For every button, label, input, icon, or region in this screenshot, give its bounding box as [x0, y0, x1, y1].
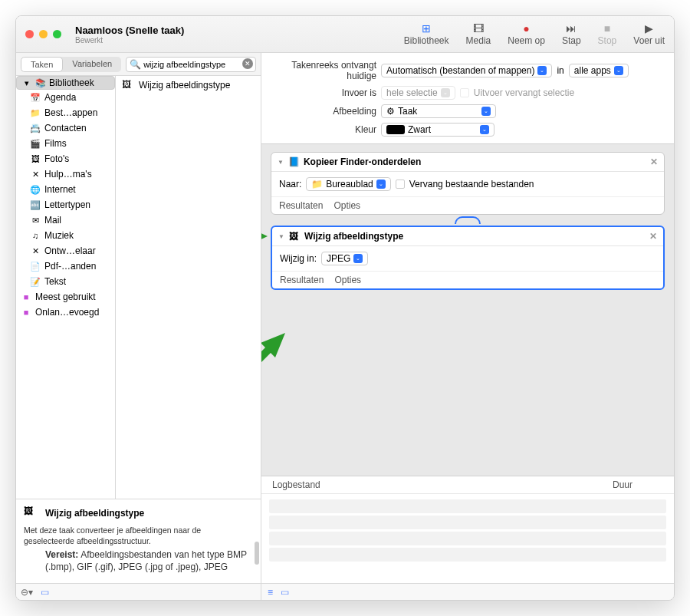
tab-bar: Taken Variabelen 🔍 ✕ [16, 53, 261, 76]
toolbar-step[interactable]: ⏭Stap [562, 23, 581, 46]
search-field[interactable]: 🔍 ✕ [126, 57, 256, 72]
window-controls [25, 30, 61, 38]
results-button[interactable]: Resultaten [280, 275, 324, 285]
gear-icon[interactable]: ⊖▾ [21, 587, 33, 598]
minimize-window[interactable] [39, 30, 48, 38]
log-row [269, 548, 666, 562]
output-replaces-checkbox [460, 88, 469, 97]
finder-icon: 📘 [288, 156, 299, 167]
log-row [269, 516, 666, 529]
svg-marker-1 [261, 333, 285, 395]
grid-view-icon[interactable]: ▭ [281, 587, 289, 598]
toolbar-record[interactable]: ●Neem op [508, 23, 545, 46]
result-wijzig-afbeeldingstype[interactable]: 🖼 Wijzig afbeeldingstype [116, 76, 261, 94]
library-icon: ⊞ [419, 23, 433, 34]
lib-tekst[interactable]: 📝Tekst [16, 274, 115, 289]
action-copy-finder[interactable]: ▼📘Kopieer Finder-onderdelen✕ Naar: 📁 Bur… [271, 152, 665, 215]
workflow-canvas[interactable]: ▼📘Kopieer Finder-onderdelen✕ Naar: 📁 Bur… [261, 144, 674, 476]
action-change-image-type[interactable]: ▼🖼Wijzig afbeeldingstype✕ Wijzig in: JPE… [271, 226, 665, 290]
lib-hulpmas[interactable]: ✕Hulp…ma's [16, 166, 115, 182]
annotation-arrow-icon [261, 225, 269, 248]
workflow-panel: Takenreeks ontvangt huidige Automatisch … [261, 53, 674, 600]
library-root[interactable]: ▾📚Bibliotheek [16, 76, 115, 90]
replace-checkbox[interactable] [396, 180, 405, 189]
tab-variables[interactable]: Variabelen [63, 57, 121, 72]
left-panel: Taken Variabelen 🔍 ✕ ▾📚Bibliotheek 📅Agen… [16, 53, 261, 600]
stop-icon: ■ [600, 23, 614, 34]
workflow-config: Takenreeks ontvangt huidige Automatisch … [261, 53, 674, 144]
toolbar-library[interactable]: ⊞Bibliotheek [404, 23, 449, 46]
lib-most-used[interactable]: ■Meest gebruikt [16, 289, 115, 305]
app-select[interactable]: alle apps⌄ [569, 64, 629, 77]
close-action-icon[interactable]: ✕ [649, 231, 657, 242]
destination-select[interactable]: 📁 Bureaublad⌄ [306, 177, 390, 191]
lib-lettertypen[interactable]: 🔤Lettertypen [16, 197, 115, 212]
view-icon[interactable]: ▭ [41, 587, 49, 598]
media-icon: 🎞 [472, 23, 485, 34]
input-type-select[interactable]: Automatisch (bestanden of mappen)⌄ [381, 64, 552, 77]
lib-recently-added[interactable]: ■Onlan…evoegd [16, 305, 115, 320]
close-action-icon[interactable]: ✕ [650, 156, 658, 167]
log-panel: LogbestandDuur [261, 476, 674, 583]
input-is-select: hele selectie⌄ [381, 86, 455, 100]
right-footer: ≡ ▭ [261, 583, 674, 600]
search-icon: 🔍 [130, 59, 141, 70]
titlebar: Naamloos (Snelle taak) Bewerkt ⊞Biblioth… [16, 16, 674, 53]
library-list[interactable]: ▾📚Bibliotheek 📅Agenda 📁Best…appen 📇Conta… [16, 76, 116, 499]
svg-marker-0 [261, 226, 268, 246]
automator-window: Naamloos (Snelle taak) Bewerkt ⊞Biblioth… [15, 15, 675, 601]
action-description: 🖼Wijzig afbeeldingstype Met deze taak co… [16, 499, 261, 583]
close-window[interactable] [25, 30, 34, 38]
lib-films[interactable]: 🎬Films [16, 136, 115, 151]
lib-agenda[interactable]: 📅Agenda [16, 90, 115, 105]
preview-icon: 🖼 [122, 79, 134, 91]
lib-muziek[interactable]: ♫Muziek [16, 228, 115, 243]
step-icon: ⏭ [564, 23, 578, 34]
preview-icon: 🖼 [24, 506, 39, 521]
toolbar: ⊞Bibliotheek 🎞Media ●Neem op ⏭Stap ■Stop… [404, 23, 665, 46]
lib-fotos[interactable]: 🖼Foto's [16, 151, 115, 166]
options-button[interactable]: Opties [334, 200, 360, 211]
toolbar-run[interactable]: ▶Voer uit [633, 23, 665, 46]
annotation-arrow-icon [261, 328, 288, 397]
chevron-down-icon: ▾ [21, 77, 32, 88]
left-footer: ⊖▾ ▭ [16, 583, 261, 600]
toolbar-media[interactable]: 🎞Media [466, 23, 491, 46]
log-row [269, 499, 666, 513]
connector-icon [271, 216, 665, 224]
clear-search-icon[interactable]: ✕ [242, 58, 253, 69]
record-icon: ● [520, 23, 534, 34]
zoom-window[interactable] [53, 30, 61, 38]
lib-pdf[interactable]: 📄Pdf-…anden [16, 259, 115, 274]
log-row [269, 532, 666, 545]
window-title: Naamloos (Snelle taak) [75, 25, 184, 36]
library-folder-icon: 📚 [35, 77, 46, 88]
play-icon: ▶ [642, 23, 656, 34]
list-view-icon[interactable]: ≡ [268, 587, 273, 598]
results-button[interactable]: Resultaten [279, 200, 323, 211]
search-input[interactable] [126, 57, 256, 72]
scrollbar[interactable] [255, 542, 259, 565]
tab-actions[interactable]: Taken [21, 57, 63, 72]
toolbar-stop: ■Stop [598, 23, 617, 46]
window-subtitle: Bewerkt [75, 36, 184, 44]
color-select[interactable]: Zwart⌄ [381, 123, 495, 137]
image-select[interactable]: ⚙ Taak⌄ [381, 104, 496, 118]
format-select[interactable]: JPEG⌄ [321, 252, 368, 265]
options-button[interactable]: Opties [334, 275, 361, 285]
lib-mail[interactable]: ✉Mail [16, 212, 115, 228]
lib-bestappen[interactable]: 📁Best…appen [16, 105, 115, 120]
log-rows[interactable] [261, 494, 674, 583]
tab-segment[interactable]: Taken Variabelen [21, 57, 121, 72]
lib-contacten[interactable]: 📇Contacten [16, 120, 115, 136]
lib-internet[interactable]: 🌐Internet [16, 182, 115, 197]
lib-ontwikkelaar[interactable]: ✕Ontw…elaar [16, 243, 115, 259]
action-results[interactable]: 🖼 Wijzig afbeeldingstype [116, 76, 261, 499]
disclosure-icon[interactable]: ▼ [278, 233, 284, 240]
disclosure-icon[interactable]: ▼ [278, 159, 284, 166]
preview-icon: 🖼 [289, 231, 300, 242]
